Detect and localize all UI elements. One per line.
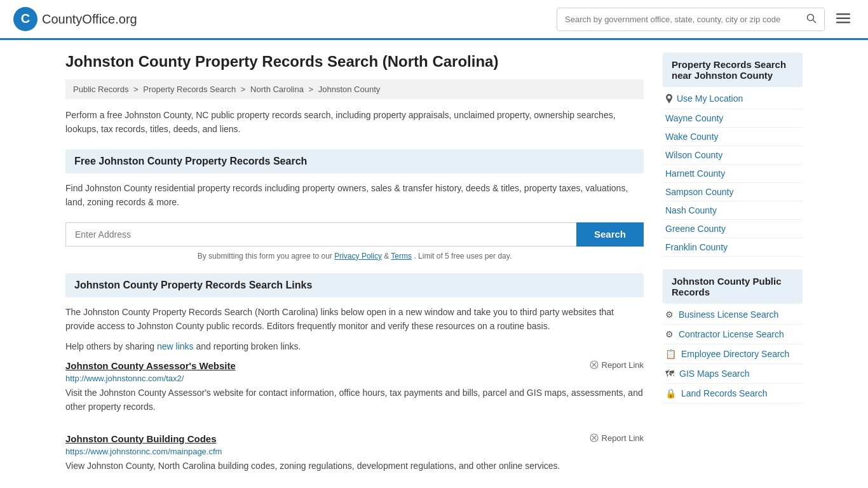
svg-marker-14 <box>667 99 672 104</box>
sidebar-public-records-section: Johnston County Public Records ⚙ Busines… <box>663 269 803 403</box>
report-icon <box>590 360 599 369</box>
hamburger-menu-icon[interactable] <box>831 8 855 30</box>
links-intro: The Johnston County Property Records Sea… <box>65 305 644 334</box>
logo-icon: C <box>13 6 38 32</box>
link-title-building[interactable]: Johnston County Building Codes <box>65 433 216 444</box>
links-help: Help others by sharing new links and rep… <box>65 339 644 353</box>
main-search-button[interactable] <box>799 8 824 30</box>
logo: C CountyOffice.org <box>13 6 137 32</box>
form-note: By submitting this form you agree to our… <box>65 252 644 261</box>
privacy-policy-link[interactable]: Privacy Policy <box>334 252 382 261</box>
link-title-assessor[interactable]: Johnston County Assessor's Website <box>65 360 236 371</box>
use-location-link[interactable]: Use My Location <box>677 93 743 104</box>
link-desc-assessor: Visit the Johnston County Assessor's web… <box>65 386 644 414</box>
sidebar-item-gis-maps[interactable]: 🗺 GIS Maps Search <box>663 364 803 384</box>
links-section-header: Johnston County Property Records Search … <box>65 273 644 297</box>
sidebar-use-location[interactable]: Use My Location <box>663 88 803 109</box>
svg-point-2 <box>808 14 814 20</box>
header: C CountyOffice.org <box>0 0 868 40</box>
breadcrumb-johnston-county[interactable]: Johnston County <box>318 85 381 94</box>
svg-line-3 <box>813 20 817 23</box>
sidebar-item-wilson-county[interactable]: Wilson County <box>663 146 803 165</box>
free-search-header: Free Johnston County Property Records Se… <box>65 149 644 173</box>
main-container: Johnston County Property Records Search … <box>53 40 815 488</box>
sidebar-public-records-list: ⚙ Business License Search ⚙ Contractor L… <box>663 305 803 403</box>
svg-point-15 <box>668 96 671 99</box>
sidebar-item-business-license[interactable]: ⚙ Business License Search <box>663 305 803 325</box>
sidebar: Property Records Search near Johnston Co… <box>663 53 803 488</box>
sidebar-item-nash-county[interactable]: Nash County <box>663 201 803 220</box>
svg-text:C: C <box>21 11 30 25</box>
report-link-building[interactable]: Report Link <box>590 433 644 443</box>
land-records-icon: 🔒 <box>665 388 676 398</box>
breadcrumb-north-carolina[interactable]: North Carolina <box>250 85 304 94</box>
link-item-building: Johnston County Building Codes Report Li… <box>65 433 644 479</box>
links-section: Johnston County Property Records Search … <box>65 273 644 479</box>
breadcrumb-public-records[interactable]: Public Records <box>73 85 128 94</box>
page-intro: Perform a free Johnston County, NC publi… <box>65 108 644 137</box>
search-icon <box>806 13 817 24</box>
page-title: Johnston County Property Records Search … <box>65 53 644 71</box>
header-right <box>557 8 855 31</box>
sidebar-county-list: Wayne County Wake County Wilson County H… <box>663 109 803 257</box>
employee-directory-icon: 📋 <box>665 349 676 359</box>
report-icon-2 <box>590 433 599 442</box>
search-button[interactable]: Search <box>576 222 644 247</box>
contractor-license-icon: ⚙ <box>665 329 674 339</box>
sidebar-item-employee-directory[interactable]: 📋 Employee Directory Search <box>663 344 803 364</box>
sidebar-item-contractor-license[interactable]: ⚙ Contractor License Search <box>663 325 803 344</box>
report-link-assessor[interactable]: Report Link <box>590 360 644 370</box>
link-item-header-assessor: Johnston County Assessor's Website Repor… <box>65 360 644 371</box>
gis-maps-icon: 🗺 <box>665 369 674 379</box>
breadcrumb-property-records-search[interactable]: Property Records Search <box>143 85 236 94</box>
sidebar-item-harnett-county[interactable]: Harnett County <box>663 165 803 183</box>
links-section-title: Johnston County Property Records Search … <box>74 280 635 291</box>
link-desc-building: View Johnston County, North Carolina bui… <box>65 459 644 473</box>
sidebar-item-sampson-county[interactable]: Sampson County <box>663 183 803 201</box>
svg-rect-5 <box>836 18 850 20</box>
free-search-title: Free Johnston County Property Records Se… <box>74 156 635 167</box>
svg-rect-6 <box>836 22 850 24</box>
content-area: Johnston County Property Records Search … <box>65 53 644 488</box>
svg-rect-4 <box>836 13 850 15</box>
sidebar-item-wayne-county[interactable]: Wayne County <box>663 109 803 128</box>
free-search-description: Find Johnston County residential propert… <box>65 181 644 210</box>
address-input[interactable] <box>65 222 576 247</box>
link-url-building[interactable]: https://www.johnstonnc.com/mainpage.cfm <box>65 447 644 456</box>
address-form: Search <box>65 222 644 247</box>
business-license-icon: ⚙ <box>665 309 674 320</box>
main-search-bar <box>557 8 825 31</box>
address-search-section: Find Johnston County residential propert… <box>65 181 644 261</box>
sidebar-item-greene-county[interactable]: Greene County <box>663 220 803 238</box>
logo-text: CountyOffice.org <box>42 12 137 27</box>
link-url-assessor[interactable]: http://www.johnstonnc.com/tax2/ <box>65 374 644 383</box>
sidebar-public-records-title: Johnston County Public Records <box>663 269 803 304</box>
sidebar-nearby-section: Property Records Search near Johnston Co… <box>663 53 803 257</box>
sidebar-nearby-title: Property Records Search near Johnston Co… <box>663 53 803 87</box>
terms-link[interactable]: Terms <box>391 252 412 261</box>
link-item-assessor: Johnston County Assessor's Website Repor… <box>65 360 644 421</box>
link-item-header-building: Johnston County Building Codes Report Li… <box>65 433 644 444</box>
sidebar-item-land-records[interactable]: 🔒 Land Records Search <box>663 384 803 403</box>
breadcrumb: Public Records > Property Records Search… <box>65 79 644 99</box>
sidebar-item-franklin-county[interactable]: Franklin County <box>663 238 803 257</box>
new-links-link[interactable]: new links <box>157 341 194 351</box>
location-pin-icon <box>665 93 673 104</box>
main-search-input[interactable] <box>557 10 799 29</box>
sidebar-item-wake-county[interactable]: Wake County <box>663 128 803 146</box>
